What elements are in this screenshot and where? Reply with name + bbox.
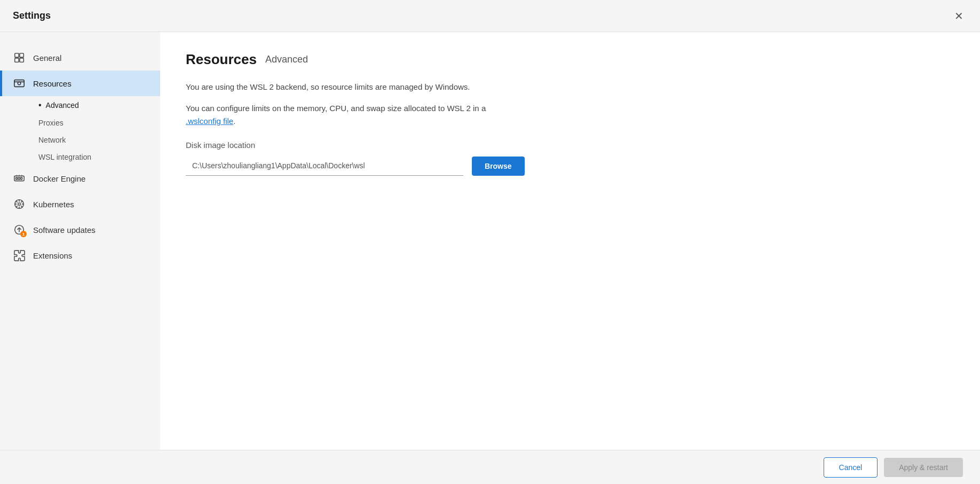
description-1: You are using the WSL 2 backend, so reso… bbox=[186, 81, 517, 93]
svg-line-20 bbox=[21, 206, 22, 207]
software-updates-badge: 1 bbox=[20, 231, 27, 237]
extensions-icon bbox=[13, 249, 26, 262]
svg-line-19 bbox=[16, 201, 18, 202]
description-2: You can configure limits on the memory, … bbox=[186, 102, 517, 128]
sidebar-item-kubernetes[interactable]: Kubernetes bbox=[0, 191, 160, 217]
close-button[interactable]: ✕ bbox=[950, 7, 967, 25]
sidebar-item-software-updates[interactable]: 1 Software updates bbox=[0, 217, 160, 243]
svg-line-21 bbox=[21, 201, 22, 202]
svg-rect-2 bbox=[15, 58, 19, 62]
docker-engine-icon bbox=[13, 172, 26, 185]
svg-point-23 bbox=[18, 203, 21, 206]
kubernetes-icon bbox=[13, 198, 26, 210]
page-title: Resources bbox=[186, 51, 257, 68]
sidebar-item-extensions-label: Extensions bbox=[33, 251, 72, 260]
content-area: General Resources Advanced bbox=[0, 32, 980, 450]
disk-path-input[interactable] bbox=[186, 156, 463, 176]
sidebar-sub-item-network[interactable]: Network bbox=[30, 131, 160, 149]
sidebar-item-resources-label: Resources bbox=[33, 79, 72, 88]
page-header: Resources Advanced bbox=[186, 51, 954, 68]
disk-image-label: Disk image location bbox=[186, 140, 954, 150]
wslconfig-link[interactable]: .wslconfig file bbox=[186, 116, 233, 126]
sidebar-sub-items: Advanced Proxies Network WSL integration bbox=[0, 96, 160, 166]
sidebar-item-software-updates-label: Software updates bbox=[33, 225, 96, 235]
svg-line-22 bbox=[16, 206, 18, 207]
software-updates-icon: 1 bbox=[13, 223, 26, 236]
svg-rect-1 bbox=[20, 53, 23, 57]
sidebar-sub-item-proxies[interactable]: Proxies bbox=[30, 114, 160, 131]
sidebar-item-general[interactable]: General bbox=[0, 45, 160, 71]
svg-rect-3 bbox=[20, 58, 23, 62]
settings-window: Settings ✕ General bbox=[0, 0, 980, 484]
sidebar-item-docker-engine-label: Docker Engine bbox=[33, 174, 85, 183]
sidebar-sub-item-wsl-integration[interactable]: WSL integration bbox=[30, 149, 160, 166]
browse-button[interactable]: Browse bbox=[472, 157, 525, 176]
svg-rect-8 bbox=[16, 177, 18, 179]
window-title: Settings bbox=[13, 10, 51, 21]
cancel-button[interactable]: Cancel bbox=[824, 457, 878, 478]
footer: Cancel Apply & restart bbox=[0, 450, 980, 484]
main-content: Resources Advanced You are using the WSL… bbox=[160, 32, 980, 450]
title-bar: Settings ✕ bbox=[0, 0, 980, 32]
svg-rect-0 bbox=[15, 53, 19, 57]
resources-icon bbox=[13, 77, 26, 90]
svg-rect-10 bbox=[21, 177, 22, 179]
sidebar-item-general-label: General bbox=[33, 53, 61, 63]
general-icon bbox=[13, 51, 26, 64]
sidebar-item-extensions[interactable]: Extensions bbox=[0, 243, 160, 268]
sidebar-item-docker-engine[interactable]: Docker Engine bbox=[0, 166, 160, 191]
disk-location-row: Browse bbox=[186, 156, 954, 176]
sidebar: General Resources Advanced bbox=[0, 32, 160, 450]
sidebar-item-resources[interactable]: Resources bbox=[0, 71, 160, 96]
page-subtitle: Advanced bbox=[265, 54, 308, 65]
svg-rect-4 bbox=[14, 80, 24, 87]
sidebar-item-kubernetes-label: Kubernetes bbox=[33, 200, 74, 209]
sidebar-sub-item-advanced[interactable]: Advanced bbox=[30, 96, 160, 114]
svg-rect-9 bbox=[18, 177, 20, 179]
apply-restart-button[interactable]: Apply & restart bbox=[884, 458, 963, 477]
